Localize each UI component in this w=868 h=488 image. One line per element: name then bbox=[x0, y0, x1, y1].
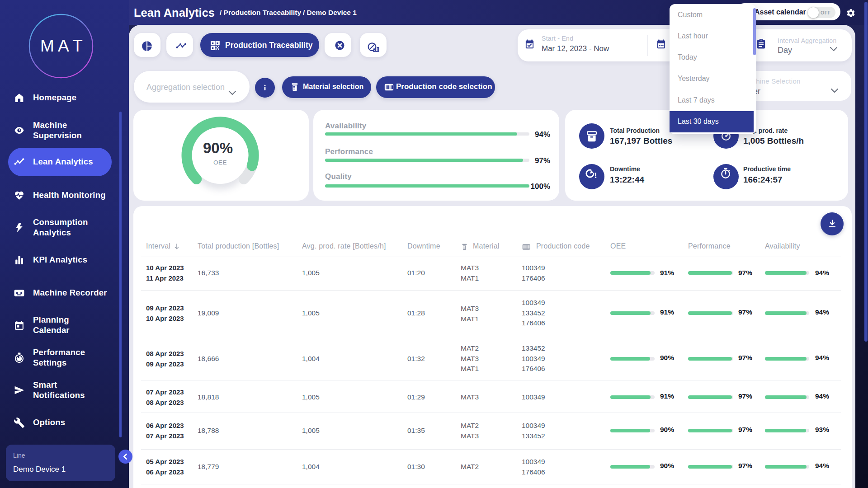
svg-text:M A T: M A T bbox=[40, 37, 83, 55]
